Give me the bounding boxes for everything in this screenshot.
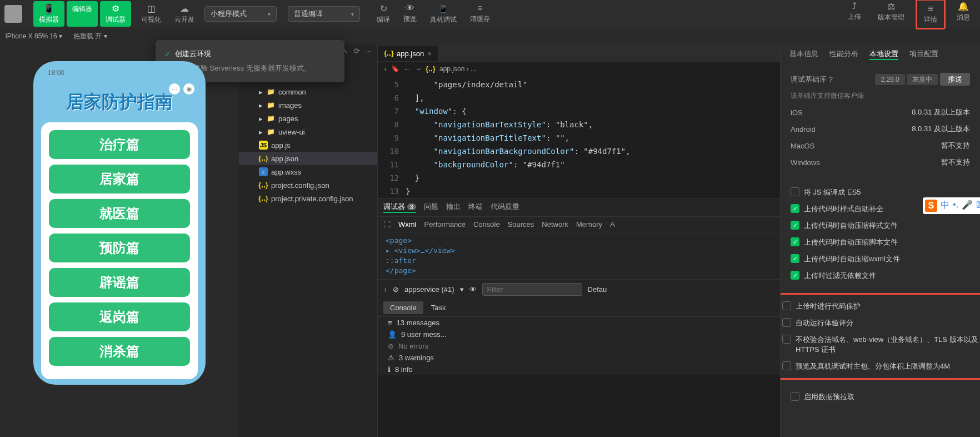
file-project.private.config.json[interactable]: {‥}project.private.config.json [239, 192, 377, 205]
checkbox-icon[interactable] [782, 301, 791, 310]
menu-item[interactable]: 就医篇 [49, 199, 190, 228]
setting-checkbox[interactable]: ✓上传代码时自动压缩脚本文件 [791, 234, 970, 251]
more-icon[interactable]: ··· [366, 47, 372, 55]
checkbox-icon[interactable]: ✓ [791, 237, 799, 246]
dbg-tab-代码质量[interactable]: 代码质量 [491, 202, 519, 213]
setting-checkbox[interactable]: 上传时进行代码保护 [782, 298, 978, 315]
toolbar-上传[interactable]: ⤴上传 [842, 0, 867, 29]
setting-checkbox[interactable]: ✓上传时过滤无依赖文件 [791, 267, 970, 284]
code-editor[interactable]: 5678910111213 "pages/index/detail" ], "w… [378, 76, 780, 198]
more-icon[interactable]: ··· [169, 83, 180, 95]
dbg-tab-问题[interactable]: 问题 [424, 202, 438, 213]
details-tab-本地设置[interactable]: 本地设置 [869, 49, 898, 60]
devtools-tab-Performance[interactable]: Performance [424, 220, 466, 229]
details-tab-项目配置[interactable]: 项目配置 [909, 49, 938, 60]
avatar[interactable] [4, 5, 22, 23]
console-message[interactable]: ≡13 messages [378, 317, 780, 329]
toolbar-详情[interactable]: ≡详情 [918, 2, 943, 27]
file-app.json[interactable]: {‥}app.json [239, 152, 377, 165]
back-icon[interactable]: ← [404, 65, 411, 73]
checkbox-icon[interactable]: ✓ [791, 271, 799, 280]
setting-checkbox[interactable]: ✓上传代码时自动压缩wxml文件 [791, 251, 970, 267]
menu-item[interactable]: 居家篇 [49, 165, 190, 193]
menu-item[interactable]: 消杀篇 [49, 337, 190, 366]
setting-checkbox[interactable]: 自动运行体验评分 [782, 315, 978, 331]
console-message[interactable]: ⊘No errors [378, 340, 780, 352]
setting-checkbox[interactable]: 启用数据预拉取 [791, 389, 970, 405]
toolbar-版本管理[interactable]: ⚖版本管理 [872, 0, 910, 29]
eye-icon[interactable]: 👁 [469, 285, 477, 294]
ime-keyboard-icon[interactable]: ⌨ [976, 200, 980, 212]
file-pages[interactable]: ▸📁pages [239, 112, 377, 125]
ime-toolbar[interactable]: S 中 •, 🎤 ⌨ [923, 197, 980, 214]
menu-item[interactable]: 返岗篇 [49, 302, 190, 331]
ime-lang-icon[interactable]: 中 [941, 200, 949, 212]
toggle-sidebar-icon[interactable]: ⫞ [383, 285, 387, 294]
checkbox-icon[interactable]: ✓ [791, 221, 799, 230]
explorer-action-icon[interactable]: ⟳ [354, 47, 360, 55]
toolbar-云开发[interactable]: ☁云开发 [169, 1, 200, 27]
dbg-tab-输出[interactable]: 输出 [446, 202, 461, 213]
dbg-tab-终端[interactable]: 终端 [468, 202, 483, 213]
toolbar-清缓存[interactable]: ≡清缓存 [464, 1, 496, 27]
toolbar-调试器[interactable]: ⚙调试器 [100, 1, 131, 27]
capsule-buttons[interactable]: ···◉ [169, 83, 194, 95]
setting-checkbox[interactable]: 预览及真机调试时主包、分包体积上限调整为4M [782, 358, 978, 375]
compile-select[interactable]: 普通编译▾ [288, 6, 360, 22]
push-button[interactable]: 推送 [940, 73, 970, 86]
console-tab-Task[interactable]: Task [424, 301, 453, 314]
menu-item[interactable]: 辟谣篇 [49, 268, 190, 297]
file-project.config.json[interactable]: {‥}project.config.json [239, 178, 377, 192]
scope-select[interactable]: appservice (#1) [404, 285, 454, 294]
console-message[interactable]: 👤9 user mess... [378, 329, 780, 340]
setting-checkbox[interactable]: ✓上传代码时自动压缩样式文件 [791, 217, 970, 234]
devtools-tab-Sources[interactable]: Sources [508, 220, 534, 229]
checkbox-icon[interactable] [782, 361, 791, 370]
sogou-icon[interactable]: S [925, 200, 937, 212]
hot-reload-toggle[interactable]: 热重载 开 ▾ [73, 32, 107, 41]
setting-checkbox[interactable]: 不校验合法域名、web-view（业务域名）、TLS 版本以及 HTTPS 证书 [782, 331, 978, 358]
file-images[interactable]: ▸📁images [239, 98, 377, 112]
menu-item[interactable]: 治疗篇 [49, 130, 190, 159]
editor-tab-appjson[interactable]: {‥} app.json × [378, 46, 439, 61]
breadcrumb[interactable]: app.json › ... [439, 65, 476, 73]
toolbar-模拟器[interactable]: 📱模拟器 [33, 1, 64, 27]
target-icon[interactable]: ◉ [183, 83, 194, 95]
toolbar-消息[interactable]: 🔔消息 [951, 0, 976, 29]
checkbox-icon[interactable] [782, 318, 791, 327]
toolbar-编辑器[interactable]: 编辑器 [67, 1, 98, 27]
checkbox-icon[interactable] [791, 187, 799, 196]
device-select[interactable]: iPhone X 85% 16 ▾ [6, 32, 62, 40]
console-message[interactable]: ℹ8 info [378, 364, 780, 375]
inspect-icon[interactable]: ⛶ [383, 220, 391, 229]
split-editor-icon[interactable]: ⫞ [383, 65, 387, 73]
checkbox-icon[interactable]: ✓ [791, 254, 799, 263]
file-app.js[interactable]: JSapp.js [239, 138, 377, 152]
devtools-tab-Wxml[interactable]: Wxml [398, 220, 417, 229]
file-common[interactable]: ▸📁common [239, 85, 377, 98]
mode-select[interactable]: 小程序模式▾ [204, 6, 277, 22]
console-message[interactable]: ⚠3 warnings [378, 352, 780, 364]
checkbox-icon[interactable] [782, 335, 791, 344]
default-levels[interactable]: Defau [588, 285, 607, 294]
menu-item[interactable]: 预防篇 [49, 234, 190, 262]
dbg-tab-调试器[interactable]: 调试器 3 [383, 202, 416, 213]
toolbar-真机调试[interactable]: 📱真机调试 [424, 1, 462, 27]
file-app.wxss[interactable]: ≡app.wxss [239, 165, 377, 178]
filter-input[interactable] [482, 283, 582, 296]
toolbar-编译[interactable]: ↻编译 [371, 1, 396, 27]
help-icon[interactable]: ? [829, 75, 833, 83]
toolbar-可视化[interactable]: ◫可视化 [136, 1, 167, 27]
wxml-tree[interactable]: <page>▸ <view>…</view> ::after</page> [378, 232, 780, 279]
console-tab-Console[interactable]: Console [383, 301, 423, 314]
clear-icon[interactable]: ⊘ [393, 285, 399, 294]
devtools-tab-Network[interactable]: Network [542, 220, 568, 229]
forward-icon[interactable]: → [415, 65, 422, 73]
toolbar-预览[interactable]: 👁预览 [398, 1, 422, 27]
bookmark-icon[interactable]: 🔖 [391, 65, 399, 73]
details-tab-性能分析[interactable]: 性能分析 [829, 49, 858, 60]
devtools-tab-Console[interactable]: Console [473, 220, 500, 229]
version-pill[interactable]: 2.29.0 [875, 74, 904, 85]
details-tab-基本信息[interactable]: 基本信息 [789, 49, 818, 60]
devtools-tab-Memory[interactable]: Memory [576, 220, 602, 229]
